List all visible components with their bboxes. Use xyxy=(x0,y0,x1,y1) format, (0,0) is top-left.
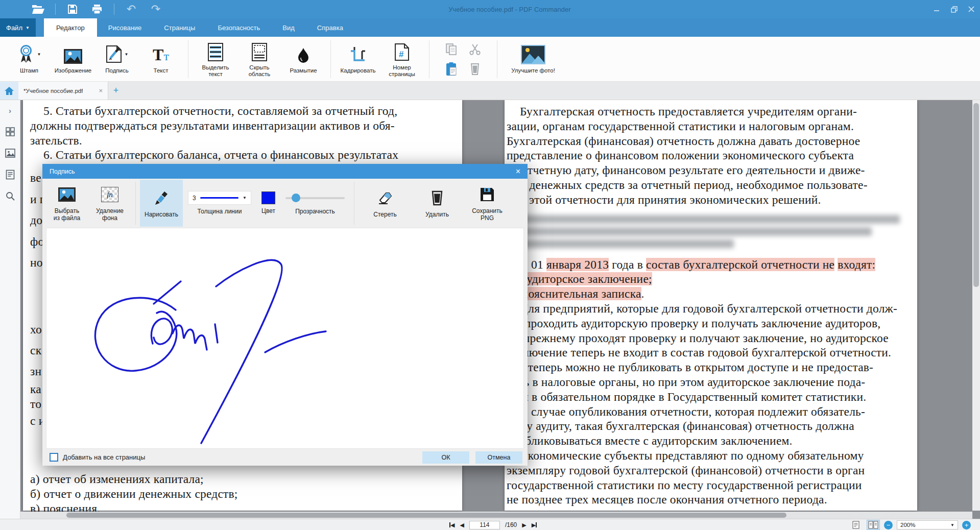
tab-security[interactable]: Безопасность xyxy=(206,18,271,37)
thumbnails-panel-button[interactable] xyxy=(4,126,16,138)
tab-help[interactable]: Справка xyxy=(306,18,354,37)
first-page-button[interactable]: ◀ xyxy=(449,522,455,528)
opacity-control: Прозрачность xyxy=(285,191,345,215)
page-number-button[interactable]: # Номер страницы xyxy=(380,38,424,80)
divider xyxy=(114,4,114,15)
dialog-close-button[interactable]: × xyxy=(514,167,522,176)
two-page-view-button[interactable] xyxy=(867,520,880,530)
blur-button[interactable]: Размытие xyxy=(281,38,325,80)
signature-icon xyxy=(106,45,122,63)
highlight-text-button[interactable]: Выделить текст xyxy=(194,38,237,80)
previous-page-button[interactable]: ◀ xyxy=(460,522,464,528)
chevron-down-icon: ▼ xyxy=(125,52,129,57)
tab-pages[interactable]: Страницы xyxy=(153,18,206,37)
window-controls xyxy=(928,0,980,18)
ok-button[interactable]: ОК xyxy=(422,451,469,464)
left-sidebar: › xyxy=(0,100,20,519)
quick-access-toolbar: ↶ ↷ xyxy=(0,3,163,16)
page-text-line: на отчетную дату, финансовом результате … xyxy=(507,163,912,178)
editor-toolbar: ▼ Штамп Изображение xyxy=(0,37,980,82)
dialog-titlebar[interactable]: Подпись × xyxy=(42,164,528,179)
add-tab-button[interactable]: + xyxy=(108,82,124,100)
signature-canvas[interactable] xyxy=(46,228,524,449)
zoom-in-button[interactable]: + xyxy=(962,521,971,529)
last-page-button[interactable]: ▶ xyxy=(532,522,537,528)
expand-sidebar-button[interactable]: › xyxy=(4,104,16,116)
crop-button[interactable]: Кадрировать xyxy=(336,38,380,80)
trash-icon xyxy=(469,62,481,76)
hide-area-icon xyxy=(252,43,267,61)
page-text-line: экземпляру годовой бухгалтерской (финанс… xyxy=(507,463,912,478)
insert-image-button[interactable]: Изображение xyxy=(51,38,95,80)
minimize-button[interactable] xyxy=(928,0,945,18)
redo-button[interactable]: ↷ xyxy=(148,3,163,16)
open-file-button[interactable] xyxy=(31,3,46,16)
page-number-input[interactable] xyxy=(469,521,500,529)
delete-signature-button[interactable]: Удалить xyxy=(416,180,459,227)
file-menu-button[interactable]: Файл ▼ xyxy=(0,18,36,37)
home-button[interactable] xyxy=(0,82,18,100)
vertical-scrollbar[interactable] xyxy=(972,100,980,511)
erase-button[interactable]: Стереть xyxy=(364,180,407,227)
vertical-scrollbar-thumb[interactable] xyxy=(973,103,979,287)
enhance-photo-button[interactable]: Улучшите фото! xyxy=(503,38,564,80)
add-all-pages-checkbox[interactable] xyxy=(50,453,58,462)
color-swatch[interactable] xyxy=(261,191,275,204)
signature-strokes xyxy=(95,260,326,443)
line-preview xyxy=(200,197,238,199)
copy-button[interactable] xyxy=(445,43,458,56)
save-button[interactable] xyxy=(65,3,80,16)
signature-button[interactable]: ▼ Подпись xyxy=(95,38,139,80)
print-icon xyxy=(91,4,103,14)
highlighted-text-line: — пояснительная записка. xyxy=(507,286,912,301)
stamp-button[interactable]: ▼ Штамп xyxy=(7,38,51,80)
restore-button[interactable] xyxy=(945,0,963,18)
notes-panel-button[interactable] xyxy=(4,168,16,181)
chevron-down-icon: ▼ xyxy=(950,523,954,527)
page-text-line: не позднее трех месяцев после окончания … xyxy=(507,492,912,507)
delete-button[interactable] xyxy=(469,62,481,76)
divider xyxy=(330,40,331,78)
restore-icon xyxy=(951,6,958,13)
close-tab-icon[interactable]: × xyxy=(98,87,104,94)
next-page-button[interactable]: ▶ xyxy=(522,522,526,528)
image-icon xyxy=(58,187,76,202)
images-panel-button[interactable] xyxy=(4,147,16,159)
tab-drawing[interactable]: Рисование xyxy=(97,18,153,37)
chevron-down-icon: ▼ xyxy=(243,196,247,200)
dialog-title: Подпись xyxy=(50,168,75,175)
print-button[interactable] xyxy=(89,3,105,16)
search-panel-button[interactable] xyxy=(4,190,16,202)
choose-from-file-button[interactable]: Выбрать из файла xyxy=(45,180,88,227)
save-png-icon xyxy=(480,187,495,202)
color-control: Цвет xyxy=(261,191,275,215)
text-button[interactable]: Tт Текст xyxy=(139,38,183,80)
tab-view[interactable]: Вид xyxy=(271,18,306,37)
draw-button[interactable]: Нарисовать xyxy=(140,180,183,227)
horizontal-scrollbar-thumb[interactable] xyxy=(66,513,786,518)
zoom-out-button[interactable]: − xyxy=(884,521,893,529)
paste-button[interactable] xyxy=(446,62,457,76)
opacity-slider[interactable] xyxy=(285,191,345,205)
dialog-footer: Добавить на все страницы ОК Отмена xyxy=(42,449,528,466)
close-button[interactable] xyxy=(963,0,980,18)
single-page-view-button[interactable] xyxy=(849,520,863,530)
signature-dialog: Подпись × Выбрать из файла fn Удаление ф… xyxy=(42,164,528,466)
cancel-button[interactable]: Отмена xyxy=(475,451,522,464)
save-png-button[interactable]: Сохранить PNG xyxy=(466,180,509,227)
hide-area-button[interactable]: Скрыть область xyxy=(237,38,281,80)
tab-editor[interactable]: Редактор xyxy=(44,18,97,37)
undo-button[interactable]: ↶ xyxy=(124,3,139,16)
slider-knob[interactable] xyxy=(292,194,300,202)
chevron-down-icon: ▼ xyxy=(26,26,30,30)
document-tab[interactable]: *Учебное пособие.pdf × xyxy=(18,82,108,100)
paste-icon xyxy=(446,62,457,76)
blurred-paragraph xyxy=(505,207,917,256)
cut-button[interactable] xyxy=(469,43,481,56)
horizontal-scrollbar[interactable] xyxy=(20,512,972,519)
page-total-label: /160 xyxy=(505,521,517,528)
remove-background-button[interactable]: fn Удаление фона xyxy=(88,180,131,227)
zoom-level-dropdown[interactable]: 200% ▼ xyxy=(897,520,958,529)
thumbnails-icon xyxy=(5,127,15,137)
line-thickness-dropdown[interactable]: 3 ▼ xyxy=(188,191,251,205)
